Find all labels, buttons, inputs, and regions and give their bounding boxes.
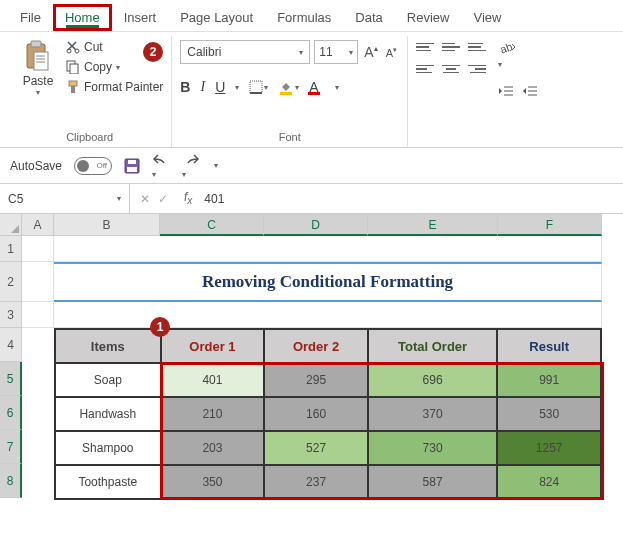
font-name-select[interactable]: Calibri▾ bbox=[180, 40, 310, 64]
cancel-formula-button[interactable]: ✕ bbox=[140, 192, 150, 206]
enter-formula-button[interactable]: ✓ bbox=[158, 192, 168, 206]
cell-c6[interactable]: 210 bbox=[161, 397, 265, 431]
cell-e7[interactable]: 730 bbox=[368, 431, 498, 465]
cell-e6[interactable]: 370 bbox=[368, 397, 498, 431]
autosave-label: AutoSave bbox=[10, 159, 62, 173]
rowhead-3[interactable]: 3 bbox=[0, 302, 22, 328]
cell-c7[interactable]: 203 bbox=[161, 431, 265, 465]
undo-button[interactable]: ▾ bbox=[152, 152, 170, 180]
tab-home[interactable]: Home bbox=[53, 4, 112, 31]
colhead-c[interactable]: C bbox=[160, 214, 264, 236]
align-right-button[interactable] bbox=[468, 62, 486, 76]
redo-button[interactable]: ▾ bbox=[182, 152, 200, 180]
cell-b1-f1[interactable] bbox=[54, 236, 602, 262]
cell-d5[interactable]: 295 bbox=[264, 363, 368, 397]
tab-pagelayout[interactable]: Page Layout bbox=[168, 4, 265, 31]
tab-review[interactable]: Review bbox=[395, 4, 462, 31]
tab-data[interactable]: Data bbox=[343, 4, 394, 31]
align-left-button[interactable] bbox=[416, 62, 434, 76]
cell-b6[interactable]: Handwash bbox=[55, 397, 161, 431]
select-all-corner[interactable] bbox=[0, 214, 22, 236]
decrease-font-button[interactable]: A▾ bbox=[384, 46, 399, 59]
autosave-toggle[interactable]: Off bbox=[74, 157, 112, 175]
border-button[interactable]: ▾ bbox=[249, 80, 268, 94]
th-result[interactable]: Result bbox=[497, 329, 601, 363]
title-cell[interactable]: Removing Conditional Formatting bbox=[54, 262, 602, 302]
font-size-select[interactable]: 11▾ bbox=[314, 40, 358, 64]
rowhead-6[interactable]: 6 bbox=[0, 396, 22, 430]
font-color-button[interactable]: A▾ bbox=[309, 78, 338, 96]
cell-e5[interactable]: 696 bbox=[368, 363, 498, 397]
cells: Removing Conditional Formatting Items Or… bbox=[22, 236, 602, 500]
rowhead-2[interactable]: 2 bbox=[0, 262, 22, 302]
th-totalorder[interactable]: Total Order bbox=[368, 329, 498, 363]
tab-formulas[interactable]: Formulas bbox=[265, 4, 343, 31]
tab-view[interactable]: View bbox=[461, 4, 513, 31]
chevron-down-icon: ▾ bbox=[116, 63, 120, 72]
fill-color-button[interactable]: ▾ bbox=[278, 79, 299, 95]
customize-qat-button[interactable]: ▾ bbox=[214, 161, 218, 170]
sheet-body: 1 2 3 4 5 6 7 8 Removing Conditional For… bbox=[0, 236, 623, 500]
callout-badge-1: 1 bbox=[150, 317, 170, 337]
colhead-d[interactable]: D bbox=[264, 214, 368, 236]
cell-f5[interactable]: 991 bbox=[497, 363, 601, 397]
decrease-indent-button[interactable] bbox=[498, 84, 514, 98]
copy-button[interactable]: Copy ▾ bbox=[66, 60, 163, 74]
rowhead-4[interactable]: 4 bbox=[0, 328, 22, 362]
save-button[interactable] bbox=[124, 158, 140, 174]
cell-f8[interactable]: 824 bbox=[497, 465, 601, 499]
tab-insert[interactable]: Insert bbox=[112, 4, 169, 31]
cell-b8[interactable]: Toothpaste bbox=[55, 465, 161, 499]
group-font: Calibri▾ 11▾ A▴ A▾ B I U▾ ▾ ▾ A▾ Font bbox=[172, 36, 408, 147]
cell-a3[interactable] bbox=[22, 302, 54, 328]
tab-file[interactable]: File bbox=[8, 4, 53, 31]
underline-button[interactable]: U bbox=[215, 79, 225, 95]
cell-b3-f3[interactable] bbox=[54, 302, 602, 328]
italic-button[interactable]: I bbox=[200, 79, 205, 95]
paste-icon bbox=[24, 40, 52, 72]
svg-text:ab: ab bbox=[498, 40, 514, 55]
cell-b7[interactable]: Shampoo bbox=[55, 431, 161, 465]
align-top-button[interactable] bbox=[416, 40, 434, 54]
cell-c5[interactable]: 401 bbox=[161, 363, 265, 397]
th-order2[interactable]: Order 2 bbox=[264, 329, 368, 363]
increase-font-button[interactable]: A▴ bbox=[362, 44, 379, 60]
format-painter-button[interactable]: Format Painter bbox=[66, 80, 163, 94]
rowhead-7[interactable]: 7 bbox=[0, 430, 22, 464]
cell-a1[interactable] bbox=[22, 236, 54, 262]
colhead-f[interactable]: F bbox=[498, 214, 602, 236]
bold-button[interactable]: B bbox=[180, 79, 190, 95]
colhead-a[interactable]: A bbox=[22, 214, 54, 236]
cell-e8[interactable]: 587 bbox=[368, 465, 498, 499]
copy-icon bbox=[66, 60, 80, 74]
paste-label: Paste bbox=[23, 74, 54, 88]
cell-f6[interactable]: 530 bbox=[497, 397, 601, 431]
rowhead-8[interactable]: 8 bbox=[0, 464, 22, 498]
th-order1[interactable]: Order 1 bbox=[161, 329, 265, 363]
align-center-button[interactable] bbox=[442, 62, 460, 76]
cell-d7[interactable]: 527 bbox=[264, 431, 368, 465]
cell-b5[interactable]: Soap bbox=[55, 363, 161, 397]
colhead-b[interactable]: B bbox=[54, 214, 160, 236]
cell-c8[interactable]: 350 bbox=[161, 465, 265, 499]
cell-f7[interactable]: 1257 bbox=[497, 431, 601, 465]
painter-label: Format Painter bbox=[84, 80, 163, 94]
cell-d6[interactable]: 160 bbox=[264, 397, 368, 431]
rowhead-1[interactable]: 1 bbox=[0, 236, 22, 262]
fx-icon[interactable]: fx bbox=[178, 190, 198, 206]
cell-d8[interactable]: 237 bbox=[264, 465, 368, 499]
callout-badge-2: 2 bbox=[143, 42, 163, 62]
copy-label: Copy bbox=[84, 60, 112, 74]
formula-input[interactable]: 401 bbox=[198, 192, 623, 206]
align-bottom-button[interactable] bbox=[468, 40, 486, 54]
th-items[interactable]: Items bbox=[55, 329, 161, 363]
colhead-e[interactable]: E bbox=[368, 214, 498, 236]
chevron-down-icon: ▾ bbox=[117, 194, 121, 203]
cell-a2[interactable] bbox=[22, 262, 54, 302]
paste-button[interactable]: Paste ▾ bbox=[16, 40, 60, 97]
orientation-button[interactable]: ab▾ bbox=[498, 40, 538, 70]
increase-indent-button[interactable] bbox=[522, 84, 538, 98]
name-box[interactable]: C5▾ bbox=[0, 184, 130, 213]
align-middle-button[interactable] bbox=[442, 40, 460, 54]
rowhead-5[interactable]: 5 bbox=[0, 362, 22, 396]
